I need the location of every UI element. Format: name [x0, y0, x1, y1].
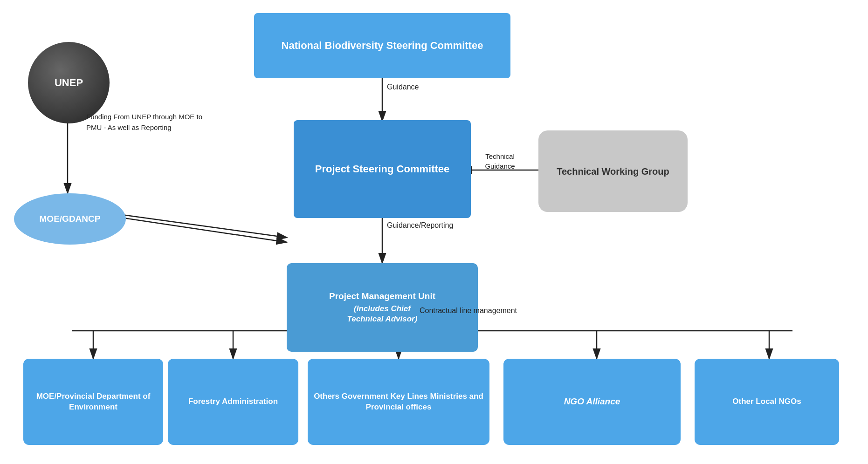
forestry-node: Forestry Administration: [168, 359, 298, 445]
unep-node: UNEP: [28, 42, 110, 123]
contractual-label: Contractual line management: [420, 307, 517, 315]
ngo-alliance-node: NGO Alliance: [503, 359, 681, 445]
svg-line-5: [119, 214, 287, 238]
forestry-label: Forestry Administration: [188, 396, 278, 407]
guidance-top-label: Guidance: [387, 83, 419, 91]
pmu-label-main: Project Management Unit: [329, 291, 435, 302]
technical-guidance-label: TechnicalGuidance: [462, 151, 538, 171]
psc-label: Project Steering Committee: [315, 163, 450, 176]
svg-line-4: [114, 217, 287, 242]
others-gov-label: Others Government Key Lines Ministries a…: [308, 391, 489, 412]
twg-label: Technical Working Group: [557, 165, 669, 177]
funding-label: Funding From UNEP through MOE to PMU - A…: [86, 112, 217, 133]
moe-prov-label: MOE/Provincial Department of Environment: [23, 391, 163, 412]
unep-label: UNEP: [55, 77, 83, 89]
other-local-ngos-label: Other Local NGOs: [732, 396, 801, 407]
moe-prov-node: MOE/Provincial Department of Environment: [23, 359, 163, 445]
nbsc-label: National Biodiversity Steering Committee: [282, 39, 483, 53]
other-local-ngos-node: Other Local NGOs: [695, 359, 839, 445]
pmu-label-sub: (Includes ChiefTechnical Advisor): [347, 304, 418, 324]
psc-node: Project Steering Committee: [294, 120, 471, 218]
others-gov-node: Others Government Key Lines Ministries a…: [308, 359, 489, 445]
twg-node: Technical Working Group: [538, 130, 688, 212]
moe-gdancp-node: MOE/GDANCP: [14, 193, 126, 245]
funding-text: Funding From UNEP through MOE to PMU - A…: [86, 113, 202, 131]
moe-gdancp-label: MOE/GDANCP: [40, 214, 101, 224]
guidance-reporting-label: Guidance/Reporting: [387, 221, 453, 230]
nbsc-node: National Biodiversity Steering Committee: [254, 13, 510, 78]
ngo-alliance-label: NGO Alliance: [564, 396, 620, 408]
diagram: UNEP Funding From UNEP through MOE to PM…: [0, 0, 868, 464]
